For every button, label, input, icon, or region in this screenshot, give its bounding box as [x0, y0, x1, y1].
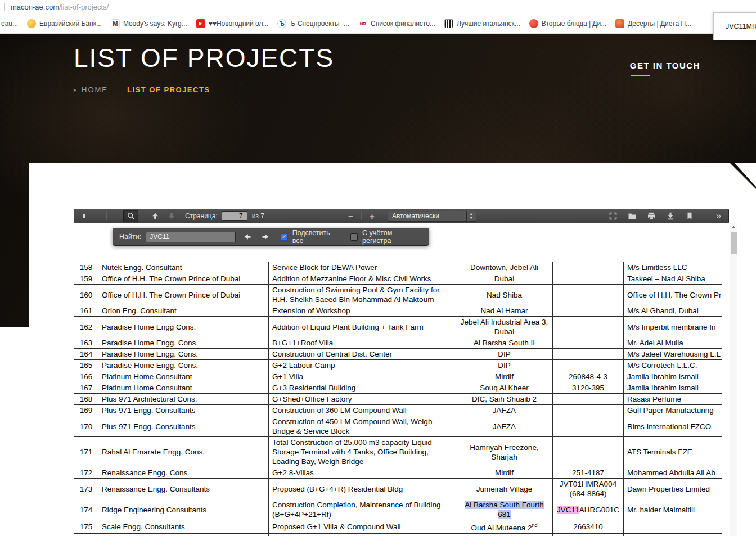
breadcrumb: ▸ HOME LIST OF PROJECTS: [74, 85, 210, 94]
table-cell: 162: [74, 317, 98, 337]
zoom-out-button[interactable]: −: [343, 210, 358, 222]
table-cell: Rasasi Perfume: [624, 394, 722, 405]
table-row: 175Scale Engg. ConsultantsProposed G+1 V…: [74, 520, 722, 534]
table-cell: Scale Engg. Consultants: [98, 520, 269, 534]
arrow-left-icon: [243, 232, 252, 241]
find-next-button[interactable]: [259, 231, 273, 242]
presentation-mode-button[interactable]: [605, 210, 620, 222]
highlight-all-label: Подсветить все: [292, 229, 343, 245]
zoom-level-select[interactable]: Автоматически: [388, 211, 476, 222]
table-cell: Paradise Home Engg. Cons.: [98, 360, 269, 371]
bookmark-item[interactable]: Десерты | Диета П...: [615, 19, 691, 28]
bookmark-item[interactable]: eau...: [1, 20, 18, 28]
browser-url-bar[interactable]: macon-ae.com/list-of-projects/: [0, 0, 756, 14]
cell-text: M/s Al Ghandi, Dubai: [627, 307, 699, 315]
bookmark-item[interactable]: NRСписок финалисто...: [358, 19, 435, 28]
bookmark-label: Лучшие итальянск...: [457, 20, 520, 28]
bookmark-item[interactable]: MMoody's says: Kyrg...: [111, 19, 187, 28]
sidebar-toggle-button[interactable]: [78, 210, 93, 222]
cell-text: Jebel Ali Industrial Area 3, Dubai: [461, 318, 548, 336]
pdf-scrollbar[interactable]: [730, 223, 737, 536]
table-cell: Construction of 450 LM Compound Wall, We…: [269, 416, 456, 437]
cell-text: 160: [80, 291, 93, 299]
bookmark-item[interactable]: ▶♥♥Новогодний ол...: [196, 19, 269, 28]
print-button[interactable]: [644, 210, 659, 222]
table-cell: Proposed G+1 Villa & Compound Wall: [269, 520, 456, 534]
table-cell: Rims International FZCO: [624, 416, 722, 437]
cell-text: Construction of Swimming Pool & Gym Faci…: [272, 286, 440, 304]
table-cell: [553, 262, 624, 273]
cell-text: M/s Jaleel Warehousing L.L: [627, 350, 721, 358]
breadcrumb-home-link[interactable]: HOME: [82, 85, 108, 94]
cell-text: Al Barsha South II: [474, 339, 535, 347]
table-cell: Al Barsha South II: [456, 337, 553, 349]
cell-text: G+Shed+Office Factory: [272, 395, 352, 403]
highlight-all-checkbox[interactable]: ✓: [281, 233, 288, 241]
next-page-button[interactable]: [164, 210, 179, 222]
table-cell: 12 Villas (G+1) Al Garhood: [269, 533, 456, 536]
dessert-favicon-icon: [615, 19, 624, 28]
table-cell: Renaissance Engg. Cons.: [98, 467, 269, 479]
table-cell: 171: [74, 437, 98, 467]
table-row: 165Paradise Home Engg. Cons.G+2 Labour C…: [74, 360, 722, 371]
table-cell: 175: [74, 520, 98, 534]
download-icon: [666, 211, 675, 220]
bookmark-item[interactable]: ЪЪ-Спецпроекты -...: [277, 19, 349, 28]
autocomplete-suggestion[interactable]: JVC11MR: [726, 22, 756, 30]
cell-text: 166: [80, 372, 93, 381]
search-icon: [127, 211, 136, 220]
cell-text: Nutek Engg. Consultant: [102, 263, 182, 272]
cell-text: Mr. Adel Al Mulla: [627, 339, 683, 347]
table-cell: M/s Corrotech L.L.C.: [624, 360, 722, 371]
bookmark-item[interactable]: Евразийский Банк...: [27, 19, 102, 28]
zoom-level-value: Автоматически: [392, 212, 439, 220]
table-cell: Gulf Paper Manufacturing: [624, 405, 722, 416]
download-button[interactable]: [663, 210, 678, 222]
table-cell: 166: [74, 371, 98, 382]
table-row: 171Rahal Al Emarate Engg. Cons.Total Con…: [74, 437, 722, 467]
scrollbar-thumb[interactable]: [731, 232, 737, 254]
table-cell: Downtown, Jebel Ali: [456, 262, 553, 273]
table-cell: G+Shed+Office Factory: [269, 394, 456, 405]
cell-text: Proposed G+1 Villa & Compound Wall: [272, 523, 401, 531]
cell-text: Renaissance Engg. Consultants: [102, 485, 210, 493]
table-cell: Hamriyah Freezone, Sharjah: [456, 437, 553, 467]
find-toggle-button[interactable]: [123, 210, 138, 222]
find-input[interactable]: [146, 232, 236, 242]
table-cell: Paradise Home Engg. Cons.: [98, 337, 269, 349]
url-bar-separator: [4, 3, 5, 11]
zoom-in-button[interactable]: +: [364, 210, 380, 222]
cell-text: 168: [80, 395, 93, 403]
bookmark-item[interactable]: Вторые блюда | Ди...: [529, 19, 606, 28]
table-cell: Mohammed Abdulla Ali Ab: [624, 467, 722, 479]
autocomplete-popup[interactable]: JVC11MR: [713, 12, 756, 40]
page-number-input[interactable]: [222, 211, 248, 221]
scrollbar-up-button[interactable]: [730, 223, 737, 231]
current-view-button[interactable]: [682, 210, 697, 222]
cell-text: Office of H.H. The Crown Pr: [627, 291, 722, 299]
table-cell: Plus 971 Architectural Cons.: [98, 394, 269, 405]
more-tools-button[interactable]: »: [711, 210, 726, 222]
cell-text: 159: [80, 274, 93, 283]
plus-icon: +: [370, 211, 375, 221]
barcode-favicon-icon: [444, 19, 453, 28]
cell-text: Construction of 360 LM Compound Wall: [272, 406, 407, 415]
youtube-favicon-icon: ▶: [196, 19, 205, 28]
cell-text: G+3 Residential Building: [272, 384, 356, 392]
table-cell: [553, 273, 624, 285]
previous-page-button[interactable]: [147, 210, 163, 222]
find-previous-button[interactable]: [240, 231, 254, 242]
table-cell: 161: [74, 305, 98, 317]
table-cell: [553, 349, 624, 360]
zoom-controls: − + Автоматически: [343, 210, 476, 222]
get-in-touch-link[interactable]: GET IN TOUCH: [630, 61, 700, 76]
find-label: Найти:: [119, 233, 141, 241]
match-case-checkbox[interactable]: ✓: [350, 233, 358, 241]
table-cell: M/s Al Ghandi, Dubai: [624, 305, 722, 317]
bookmark-item[interactable]: Лучшие итальянск...: [444, 19, 520, 28]
table-row: 159Office of H.H. The Crown Prince of Du…: [74, 273, 722, 285]
table-cell: Extension of Workshop: [269, 305, 456, 317]
table-cell: Plus 971 Engg. Consultants: [98, 416, 269, 437]
open-file-button[interactable]: [624, 210, 640, 222]
table-cell: Dawn Properties Limited: [624, 479, 722, 499]
